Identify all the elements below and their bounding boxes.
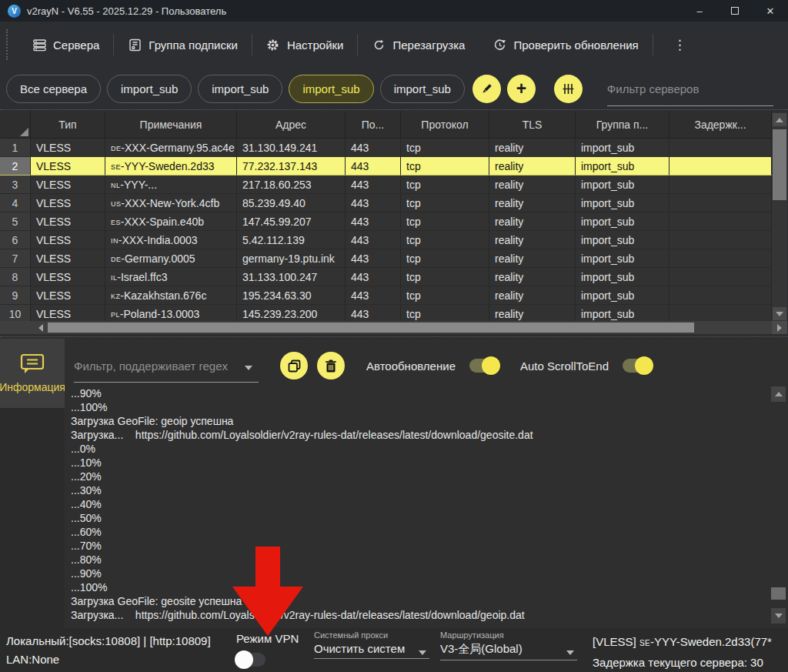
server-group-tab-1[interactable]: import_sub <box>107 75 192 103</box>
add-server-button[interactable]: + <box>507 75 536 103</box>
menu-check-update[interactable]: Проверить обновления <box>479 29 652 60</box>
vpn-mode-block: Режим VPN <box>236 632 299 667</box>
tab-information-label: Информация <box>0 381 65 393</box>
cell-port: 443 <box>346 268 401 286</box>
table-horizontal-scrollbar[interactable] <box>0 321 772 334</box>
log-line: ...100% <box>71 400 767 414</box>
server-filter-input[interactable]: Фильтр серверов <box>607 82 773 95</box>
cell-delay <box>669 194 772 212</box>
scroll-right-button[interactable] <box>772 321 787 334</box>
log-line: Загрузка... https://github.com/Loyalsold… <box>71 608 767 622</box>
scrollbar-thumb[interactable] <box>773 129 786 200</box>
server-tabs: Все сервераimport_subimport_subimport_su… <box>0 75 465 103</box>
scroll-up-button[interactable] <box>771 386 786 402</box>
scroll-down-button[interactable] <box>771 608 786 624</box>
edit-group-button[interactable] <box>472 75 501 103</box>
cell-remark: DE-XXX-Germany.95.ac4e <box>105 139 237 157</box>
menu-bar: Сервера Группа подписки Настройки Переза… <box>0 22 788 68</box>
cell-remark: IL-Israel.ffc3 <box>105 268 237 286</box>
cell-port: 443 <box>346 157 401 176</box>
menu-servers-label: Сервера <box>53 38 99 52</box>
input-underline <box>314 658 429 659</box>
header-group[interactable]: Группа п... <box>576 111 669 139</box>
cell-group: import_sub <box>576 157 669 176</box>
menu-reload[interactable]: Перезагрузка <box>358 29 479 60</box>
vpn-mode-toggle[interactable] <box>236 653 265 667</box>
log-scrollbar[interactable] <box>770 385 786 627</box>
table-row[interactable]: 6VLESSIN-XXX-India.00035.42.112.139443tc… <box>0 231 772 249</box>
server-group-tab-3[interactable]: import_sub <box>289 75 373 103</box>
header-select-all[interactable] <box>0 111 31 139</box>
log-line: ...0% <box>71 442 767 456</box>
header-remarks[interactable]: Примечания <box>105 111 237 139</box>
cell-remark: US-XXX-New-York.4cfb <box>105 194 237 212</box>
server-group-tab-4[interactable]: import_sub <box>380 75 465 103</box>
header-delay[interactable]: Задержк... <box>669 111 772 139</box>
more-menu-button[interactable]: ⋮ <box>653 37 706 53</box>
minimize-button[interactable]: – <box>682 0 717 22</box>
cell-delay <box>669 231 772 249</box>
table-header: Тип Примечания Адрес По... Протокол TLS … <box>0 111 772 139</box>
cell-group: import_sub <box>576 212 669 231</box>
column-settings-button[interactable] <box>554 75 583 103</box>
table-row[interactable]: 5VLESSES-XXX-Spain.e40b147.45.99.207443t… <box>0 212 772 231</box>
scrollbar-thumb[interactable] <box>48 323 694 333</box>
log-line: ...60% <box>71 525 767 539</box>
close-button[interactable]: ✕ <box>753 0 788 22</box>
log-filter-combobox[interactable]: Фильтр, поддерживает regex <box>74 359 259 373</box>
scroll-down-button[interactable] <box>773 307 786 320</box>
cell-num: 2 <box>0 157 31 176</box>
table-row[interactable]: 7VLESSDE-Germany.0005germany-19.ptu.ink4… <box>0 249 772 268</box>
table-row[interactable]: 8VLESSIL-Israel.ffc331.133.100.247443tcp… <box>0 268 772 286</box>
scrollbar-thumb[interactable] <box>771 587 786 600</box>
table-row[interactable]: 1VLESSDE-XXX-Germany.95.ac4e31.130.149.2… <box>0 139 772 157</box>
copy-icon <box>288 359 301 373</box>
v2rayn-window: V v2rayN - V6.55 - 2025.12.29 - Пользова… <box>0 0 788 672</box>
menu-settings[interactable]: Настройки <box>252 29 358 60</box>
table-row[interactable]: 4VLESSUS-XXX-New-York.4cfb85.239.49.4044… <box>0 194 772 212</box>
system-proxy-combobox[interactable]: Системный прокси Очистить систем <box>314 630 429 659</box>
cell-num: 5 <box>0 212 31 231</box>
table-row[interactable]: 3VLESSNL-YYY-...217.18.60.253443tcpreali… <box>0 176 772 194</box>
log-line: ...40% <box>71 497 767 511</box>
cell-tls: reality <box>489 268 576 286</box>
table-row[interactable]: 2VLESSSE-YYY-Sweden.2d3377.232.137.14344… <box>0 157 772 176</box>
log-output[interactable]: ...90%...100%Загрузка GeoFile: geoip усп… <box>71 386 767 627</box>
log-line: ...70% <box>71 539 767 553</box>
server-group-tab-0[interactable]: Все сервера <box>6 75 101 103</box>
menu-check-update-label: Проверить обновления <box>513 38 638 52</box>
cell-addr: 5.42.112.139 <box>237 231 346 249</box>
cell-type: VLESS <box>31 268 105 286</box>
header-protocol[interactable]: Протокол <box>401 111 489 139</box>
window-title: v2rayN - V6.55 - 2025.12.29 - Пользовате… <box>27 5 226 17</box>
cell-proto: tcp <box>401 194 489 212</box>
menu-servers[interactable]: Сервера <box>18 29 113 60</box>
autorefresh-toggle[interactable] <box>469 359 499 373</box>
clear-log-button[interactable] <box>317 352 345 379</box>
select-all-triangle-icon <box>20 128 28 136</box>
chevron-down-icon <box>419 650 426 655</box>
toggle-knob <box>635 356 653 375</box>
autoscroll-toggle[interactable] <box>623 359 652 373</box>
scroll-left-button[interactable] <box>34 321 48 334</box>
header-type[interactable]: Тип <box>31 111 105 139</box>
scroll-up-button[interactable] <box>773 113 786 126</box>
header-tls[interactable]: TLS <box>489 111 576 139</box>
cell-port: 443 <box>346 249 401 268</box>
table-row[interactable]: 9VLESSKZ-Kazakhstan.676c195.234.63.30443… <box>0 286 772 305</box>
log-line: ...10% <box>71 456 767 470</box>
trash-icon <box>325 359 337 373</box>
table-vertical-scrollbar[interactable] <box>772 112 787 321</box>
copy-log-button[interactable] <box>280 352 308 379</box>
menu-subscription-group[interactable]: Группа подписки <box>114 29 252 60</box>
server-group-tab-2[interactable]: import_sub <box>198 75 282 103</box>
maximize-button[interactable] <box>717 0 753 22</box>
table-rows: 1VLESSDE-XXX-Germany.95.ac4e31.130.149.2… <box>0 139 772 323</box>
routing-combobox[interactable]: Маршрутизация V3-全局(Global) <box>440 630 577 660</box>
tab-information[interactable]: Информация <box>0 339 65 408</box>
cell-num: 3 <box>0 176 31 194</box>
header-address[interactable]: Адрес <box>237 111 346 139</box>
input-underline <box>440 660 577 660</box>
cell-tls: reality <box>489 194 576 212</box>
header-port[interactable]: По... <box>346 111 401 139</box>
